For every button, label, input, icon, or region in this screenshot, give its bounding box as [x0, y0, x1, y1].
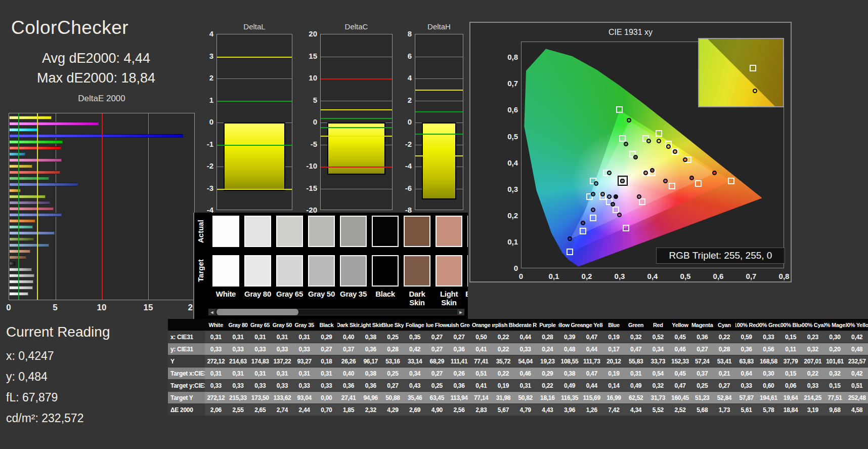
cie-x-label: 0,7	[746, 272, 757, 280]
col-header-100-red: 100% Red	[735, 319, 758, 331]
actual-swatch-blue-sky[interactable]	[467, 216, 468, 247]
target-swatch-gray-80[interactable]	[244, 255, 271, 287]
cie-measured-bluish-green	[607, 171, 612, 175]
cie-measured-blue-flower	[607, 194, 612, 199]
actual-swatch-gray-80[interactable]	[244, 216, 271, 247]
target-swatch-white[interactable]	[212, 255, 239, 287]
cie-x-label: 0,6	[713, 272, 724, 280]
chart-deltac	[320, 34, 393, 210]
cell-target-x-cie31-bluish-green: 0,26	[448, 368, 470, 379]
limit-line	[217, 101, 292, 102]
cell-y-gray-65: 174,83	[249, 355, 271, 367]
cell-x-cie31-100-blue: 0,15	[779, 331, 802, 343]
target-swatch-gray-65[interactable]	[276, 255, 303, 287]
de-bar-yellow	[9, 165, 32, 168]
cell-target-y-green: 62,52	[625, 392, 647, 403]
tick-label: 4	[395, 73, 412, 82]
cell-y-cie31-100-magenta: 0,20	[824, 343, 846, 355]
cell-x-cie31-orange: 0,50	[470, 331, 492, 343]
cie-y-label: 0,4	[500, 158, 518, 167]
cell-y-cie31-blue-sky: 0,28	[382, 343, 404, 355]
de-bar-orange	[9, 219, 35, 223]
cell-target-y-black: 0,00	[316, 392, 338, 403]
cie-target-green	[619, 135, 626, 142]
cell-target-y-magenta: 51,23	[691, 392, 713, 403]
current-reading-cdm2: cd/m²: 232,572	[6, 412, 83, 425]
actual-swatch-dark-skin[interactable]	[404, 216, 430, 247]
cell-y-orange: 77,41	[470, 355, 492, 367]
cell-target-y-cie31-black: 0,33	[316, 380, 338, 391]
col-header-100-blue: 100% Blue	[779, 319, 802, 331]
swatch-scrollbar-thumb[interactable]	[216, 309, 298, 315]
de-bar-100-blue	[9, 134, 184, 138]
col-header-orange-yellow: Orange Yellow	[581, 319, 603, 331]
cie-measured-purple	[611, 202, 615, 207]
scrollbar-left-arrow-icon[interactable]: ◄	[208, 309, 215, 315]
cell-x-cie31-moderate-red: 0,44	[514, 331, 537, 343]
target-swatch-dark-skin[interactable]	[404, 255, 430, 287]
actual-swatch-black[interactable]	[372, 216, 399, 247]
cie-measured-foliage	[633, 155, 638, 159]
cell-target-y-cie31-green: 0,49	[625, 380, 647, 391]
deltae-chart-title: DeltaE 2000	[9, 94, 195, 104]
inset-measured-marker	[753, 89, 757, 93]
col-header-light-skin: Light Skin	[360, 319, 382, 331]
cell-target-x-cie31-yellow: 0,45	[669, 368, 691, 379]
grid-line	[415, 57, 463, 57]
cie-panel: CIE 1931 xy RGB Triplet: 255, 255, 0 0,8…	[469, 22, 792, 282]
cell-y-cie31-red: 0,34	[647, 343, 669, 355]
cell-target-y-cie31-100-blue: 0,06	[779, 380, 802, 391]
de-bar-100-cyan	[9, 128, 38, 132]
cell-target-x-cie31-cyan: 0,21	[713, 368, 735, 379]
cell-target-y-cie31-100-magenta: 0,15	[824, 380, 846, 391]
cell-target-x-cie31-100-green: 0,30	[758, 368, 780, 379]
de-bar-100-red	[9, 146, 61, 150]
cell-target-x-cie31-blue: 0,19	[603, 368, 625, 379]
cie-target-blue	[580, 228, 586, 234]
cell-y-cie31-cyan: 0,28	[713, 343, 735, 355]
measurement-table: WhiteGray 80Gray 65Gray 50Gray 35BlackDa…	[168, 319, 868, 416]
cell-y-cie31-100-red: 0,36	[735, 343, 758, 355]
target-swatch-light-skin[interactable]	[436, 255, 462, 287]
cell--e-2000-gray-50: 2,74	[271, 404, 293, 416]
actual-swatch-gray-65[interactable]	[276, 216, 303, 247]
page-title: ColorChecker	[11, 17, 128, 38]
cell-y-gray-35: 93,27	[293, 355, 316, 367]
actual-swatch-gray-35[interactable]	[340, 216, 367, 247]
cie-target-purple	[613, 207, 619, 213]
actual-swatch-white[interactable]	[212, 216, 239, 247]
cell-target-y-yellow: 160,45	[669, 392, 691, 403]
cell--e-2000-100-blue: 18,84	[779, 404, 802, 416]
cie-x-label: 0,2	[582, 272, 592, 280]
row-label--e-2000: ΔE 2000	[168, 404, 205, 416]
cell--e-2000-magenta: 5,68	[691, 404, 713, 416]
cell-target-y-gray-65: 173,50	[249, 392, 271, 403]
tick-label: 6	[395, 52, 412, 60]
cell-target-y-cie31-100-green: 0,60	[758, 380, 780, 391]
actual-swatch-light-skin[interactable]	[436, 216, 462, 247]
cell-y-cyan: 53,41	[713, 355, 735, 367]
cell-x-cie31-blue: 0,19	[603, 331, 625, 343]
cie-y-label: 0,5	[500, 132, 518, 141]
col-header-gray-50: Gray 50	[271, 319, 293, 331]
cell--e-2000-100-magenta: 9,68	[824, 404, 846, 416]
scrollbar-right-arrow-icon[interactable]: ►	[457, 309, 464, 315]
tick-label: 15	[300, 52, 317, 60]
de-bar-green	[9, 177, 49, 180]
cell-y-white: 272,12	[205, 355, 227, 367]
actual-swatch-gray-50[interactable]	[308, 216, 335, 247]
target-swatch-blue-sky[interactable]	[467, 255, 468, 287]
cell--e-2000-100-green: 5,78	[758, 404, 780, 416]
cell-target-x-cie31-green: 0,31	[625, 368, 647, 379]
cell-target-y-gray-35: 93,04	[293, 392, 316, 403]
de-bar-100-green	[9, 140, 63, 144]
target-swatch-gray-50[interactable]	[308, 255, 335, 287]
target-swatch-gray-35[interactable]	[340, 255, 367, 287]
tick-label: -5	[300, 140, 317, 148]
grid-line	[415, 101, 463, 101]
col-header-red: Red	[647, 319, 669, 331]
target-swatch-black[interactable]	[372, 255, 399, 287]
cell-target-x-cie31-foliage: 0,34	[404, 368, 426, 379]
cell--e-2000-blue: 7,42	[603, 404, 625, 416]
cell-target-y-100-yellow: 252,48	[846, 392, 868, 403]
